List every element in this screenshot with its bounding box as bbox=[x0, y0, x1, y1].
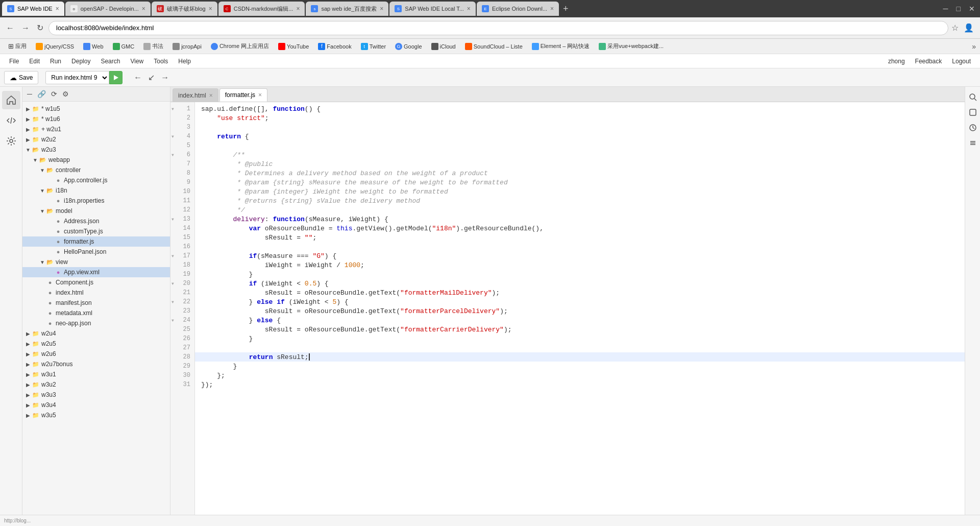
save-button[interactable]: ☁ Save bbox=[4, 71, 38, 84]
tab-close-btn[interactable]: × bbox=[209, 5, 212, 12]
bookmark-shufa[interactable]: 书法 bbox=[139, 41, 167, 51]
tree-item-w3u2[interactable]: ▶ 📁 w3u2 bbox=[22, 379, 170, 390]
tab-close-btn[interactable]: × bbox=[380, 5, 383, 12]
run-button[interactable] bbox=[109, 71, 122, 84]
tab-close-btn[interactable]: × bbox=[142, 5, 145, 12]
tree-sync-btn[interactable]: ⟳ bbox=[50, 89, 59, 99]
menu-feedback[interactable]: Feedback bbox=[910, 54, 947, 68]
bookmark-vue[interactable]: 采用vue+webpack建... bbox=[595, 41, 668, 51]
bookmark-star-button[interactable]: ☆ bbox=[951, 23, 959, 33]
right-palette-icon[interactable] bbox=[967, 106, 979, 118]
bookmark-youtube[interactable]: YouTube bbox=[274, 42, 313, 51]
maximize-button[interactable]: □ bbox=[953, 4, 964, 14]
bookmark-google[interactable]: G Google bbox=[391, 42, 426, 51]
right-list-icon[interactable] bbox=[967, 137, 979, 149]
minimize-button[interactable]: ─ bbox=[940, 4, 951, 14]
tree-item-index-html[interactable]: ● index.html bbox=[22, 288, 170, 298]
profile-button[interactable]: 👤 bbox=[962, 21, 976, 35]
home-icon-btn[interactable] bbox=[2, 91, 20, 109]
menu-search[interactable]: Search bbox=[95, 54, 125, 68]
editor-tab-close[interactable]: × bbox=[209, 92, 213, 99]
tree-item-w2u7bonus[interactable]: ▶ 📁 w2u7bonus bbox=[22, 359, 170, 369]
bookmark-apps[interactable]: ⊞ 应用 bbox=[4, 41, 31, 51]
tab-close-btn[interactable]: × bbox=[467, 5, 471, 12]
menu-run[interactable]: Run bbox=[45, 54, 66, 68]
editor-tab-close[interactable]: × bbox=[258, 91, 262, 99]
editor-tab-formatter-js[interactable]: formatter.js × bbox=[219, 88, 267, 102]
nav-history-button[interactable]: ↙ bbox=[146, 71, 157, 83]
editor-tab-index-html[interactable]: index.html × bbox=[173, 88, 218, 102]
menu-view[interactable]: View bbox=[125, 54, 149, 68]
code-content[interactable]: sap.ui.define([], function() { "use stri… bbox=[195, 102, 965, 515]
tree-item-w2u1[interactable]: ▶ 📁 + w2u1 bbox=[22, 124, 170, 134]
tree-item-w3u5[interactable]: ▶ 📁 w3u5 bbox=[22, 410, 170, 420]
tree-item-customtype[interactable]: ● customType.js bbox=[22, 226, 170, 236]
nav-back-button[interactable]: ← bbox=[132, 71, 144, 83]
reload-button[interactable]: ↻ bbox=[35, 21, 45, 35]
tab-close-btn[interactable]: × bbox=[296, 5, 300, 12]
browser-tab-local[interactable]: S SAP Web IDE Local T... × bbox=[389, 2, 476, 16]
tree-item-app-controller[interactable]: ● App.controller.js bbox=[22, 175, 170, 185]
menu-file[interactable]: File bbox=[4, 54, 24, 68]
tree-item-w2u2[interactable]: ▶ 📁 w2u2 bbox=[22, 134, 170, 145]
browser-tab-blog[interactable]: 破 破璃子破坏blog × bbox=[152, 2, 217, 16]
tree-item-i18n[interactable]: ▼ 📂 i18n bbox=[22, 185, 170, 196]
run-select-dropdown[interactable]: Run index.html 9 Run index.html 8 Run in… bbox=[45, 71, 109, 84]
close-button[interactable]: ✕ bbox=[966, 4, 978, 14]
tree-item-view[interactable]: ▼ 📂 view bbox=[22, 257, 170, 267]
tree-item-webapp[interactable]: ▼ 📂 webapp bbox=[22, 155, 170, 165]
tree-item-w2u6[interactable]: ▶ 📁 w2u6 bbox=[22, 349, 170, 359]
right-search-icon[interactable] bbox=[967, 91, 979, 103]
code-icon-btn[interactable] bbox=[2, 111, 20, 130]
code-editor[interactable]: 1 2 3 4 5 6 7 8 9 10 11 12 13 14 15 16 1 bbox=[170, 102, 965, 515]
bookmark-jquery[interactable]: jQuery/CSS bbox=[32, 42, 78, 51]
tree-item-w2u5[interactable]: ▶ 📁 w2u5 bbox=[22, 339, 170, 349]
bookmark-element[interactable]: Element – 网站快速 bbox=[528, 41, 594, 51]
tree-item-formatter[interactable]: ● formatter.js bbox=[22, 236, 170, 247]
tree-item-controller[interactable]: ▼ 📂 controller bbox=[22, 165, 170, 175]
new-tab-button[interactable]: + bbox=[560, 4, 572, 14]
menu-deploy[interactable]: Deploy bbox=[66, 54, 95, 68]
tree-item-w3u1[interactable]: ▶ 📁 w3u1 bbox=[22, 369, 170, 379]
browser-tab-baidu[interactable]: s sap web ide_百度搜索 × bbox=[306, 2, 388, 16]
bookmark-web[interactable]: Web bbox=[79, 42, 107, 51]
bookmark-twitter[interactable]: t Twitter bbox=[357, 42, 390, 51]
browser-tab-csdn[interactable]: C CSDN-markdown编辑... × bbox=[218, 2, 305, 16]
bookmark-facebook[interactable]: f Facebook bbox=[314, 42, 355, 51]
tree-item-metadata[interactable]: ● metadata.xml bbox=[22, 308, 170, 318]
tab-close-btn[interactable]: × bbox=[56, 5, 59, 12]
tree-item-manifest[interactable]: ● manifest.json bbox=[22, 298, 170, 308]
settings-icon-btn[interactable] bbox=[2, 132, 20, 150]
bookmark-gmc[interactable]: GMC bbox=[109, 42, 139, 51]
tree-item-w1u6[interactable]: ▶ 📁 * w1u6 bbox=[22, 114, 170, 124]
menu-edit[interactable]: Edit bbox=[24, 54, 45, 68]
bookmark-chrome-store[interactable]: Chrome 网上应用店 bbox=[207, 41, 273, 51]
run-selector[interactable]: Run index.html 9 Run index.html 8 Run in… bbox=[45, 71, 122, 84]
bookmark-soundcloud[interactable]: SoundCloud – Liste bbox=[461, 42, 527, 51]
tree-item-address-json[interactable]: ● Address.json bbox=[22, 216, 170, 226]
tree-config-btn[interactable]: ⚙ bbox=[61, 89, 70, 99]
bookmarks-more-button[interactable]: » bbox=[972, 42, 976, 51]
menu-help[interactable]: Help bbox=[173, 54, 196, 68]
tree-link-btn[interactable]: 🔗 bbox=[36, 89, 47, 99]
browser-tab-eclipse[interactable]: E Eclipse Orion Downl... × bbox=[477, 2, 559, 16]
browser-tab-sap-webide[interactable]: S SAP Web IDE × bbox=[2, 2, 64, 16]
tree-item-w3u3[interactable]: ▶ 📁 w3u3 bbox=[22, 390, 170, 400]
tree-collapse-btn[interactable]: ─ bbox=[26, 89, 34, 99]
address-input[interactable] bbox=[48, 21, 948, 35]
tree-item-hellopanel[interactable]: ● HelloPanel.json bbox=[22, 247, 170, 257]
bookmark-icloud[interactable]: iCloud bbox=[427, 42, 460, 51]
tree-item-neo-app[interactable]: ● neo-app.json bbox=[22, 318, 170, 328]
tree-item-app-view-xml[interactable]: ● App.view.xml bbox=[22, 267, 170, 277]
forward-button[interactable]: → bbox=[19, 21, 32, 35]
tree-item-model[interactable]: ▼ 📂 model bbox=[22, 206, 170, 216]
nav-forward-button[interactable]: → bbox=[159, 71, 171, 83]
tab-close-btn[interactable]: × bbox=[550, 5, 554, 12]
menu-logout[interactable]: Logout bbox=[947, 54, 976, 68]
tree-item-component[interactable]: ● Component.js bbox=[22, 277, 170, 288]
bookmark-jcrop[interactable]: jcropApi bbox=[168, 42, 206, 51]
tree-item-w2u3[interactable]: ▼ 📂 w2u3 bbox=[22, 145, 170, 155]
menu-tools[interactable]: Tools bbox=[149, 54, 173, 68]
back-button[interactable]: ← bbox=[4, 21, 16, 35]
tree-item-i18n-properties[interactable]: ● i18n.properties bbox=[22, 196, 170, 206]
